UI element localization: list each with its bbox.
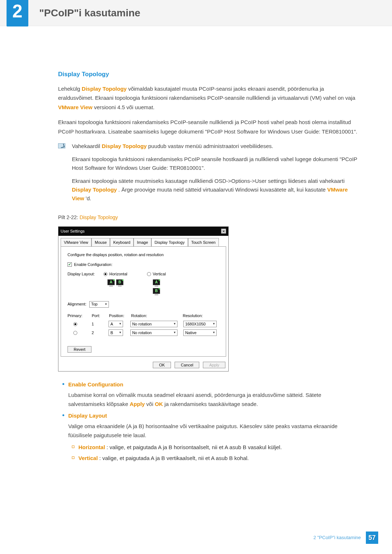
rotation-select-1[interactable]: No rotation▼ xyxy=(130,321,177,327)
resolution-select-2[interactable]: Native▼ xyxy=(183,329,217,336)
monitor-b-icon: B xyxy=(153,288,160,294)
port-1: 1 xyxy=(92,321,109,327)
primary-radio-2[interactable] xyxy=(73,331,77,335)
monitor-col-vertical: A B xyxy=(153,279,160,295)
layout-label: Display Layout: xyxy=(68,271,95,277)
monitor-b-icon: B xyxy=(116,279,123,285)
position-select-1[interactable]: A▼ xyxy=(109,321,123,327)
instruction: Configure the displays position, rotatio… xyxy=(68,252,221,258)
panel: Configure the displays position, rotatio… xyxy=(61,246,226,357)
highlight: Display Topology xyxy=(72,186,117,193)
tabs: VMware View Mouse Keyboard Image Display… xyxy=(58,236,228,247)
highlight: Display Topology xyxy=(102,143,147,149)
radio-horizontal[interactable]: Horizontal xyxy=(103,271,127,277)
highlight: Apply xyxy=(130,401,145,407)
alignment-value: Top xyxy=(91,301,98,307)
alignment-row: Alignment: Top ▼ xyxy=(68,301,221,308)
primary-radio-1[interactable] xyxy=(73,322,77,326)
note-p2: Ekraani topoloogia funktsiooni rakendami… xyxy=(72,155,359,172)
value: 1680X1050 xyxy=(185,321,205,327)
sub-bullet-list: Horizontal : valige, et paigutada A ja B… xyxy=(68,443,359,463)
highlight: Horizontal xyxy=(78,444,105,450)
enable-config-label: Enable Configuration: xyxy=(74,262,113,268)
radio-dot-icon xyxy=(103,272,107,276)
port-2: 2 xyxy=(92,330,109,336)
text: : valige, et paigutada A ja B vertikaals… xyxy=(99,455,249,461)
dialog-title: User Settings xyxy=(61,228,85,234)
radio-vertical[interactable]: Vertical xyxy=(147,271,166,277)
close-icon[interactable]: ✕ xyxy=(221,229,226,234)
paragraph-1: Lehekülg Display Topology võimaldab kasu… xyxy=(58,84,359,112)
cancel-button[interactable]: Cancel xyxy=(175,362,199,368)
chapter-number: 2 xyxy=(7,0,28,26)
section-heading: Display Topology xyxy=(58,70,359,79)
footer: 2 "PCoIP"i kasutamine 57 xyxy=(313,532,378,544)
bullet-body: Valige oma ekraanidele (A ja B) horisont… xyxy=(68,422,359,440)
text: versiooni 4.5 või uuemat. xyxy=(94,104,155,110)
revert-button[interactable]: Revert xyxy=(68,346,91,353)
text: Lehekülg xyxy=(58,86,82,92)
chevron-down-icon: ▼ xyxy=(172,322,176,326)
radio-dot-icon xyxy=(147,272,151,276)
list-item: Vertical : valige, et paigutada A ja B v… xyxy=(78,454,359,463)
radio-vertical-label: Vertical xyxy=(153,271,166,277)
th-primary: Primary: xyxy=(68,313,92,319)
apply-button[interactable]: Apply xyxy=(203,362,225,368)
list-item: Enable Configuration Lubamise korral on … xyxy=(68,380,359,409)
rotation-select-2[interactable]: No rotation▼ xyxy=(130,329,177,336)
enable-config-row: ✔ Enable Configuration: xyxy=(68,262,221,268)
content: Display Topology Lehekülg Display Topolo… xyxy=(0,26,392,463)
tab-touch-screen[interactable]: Touch Screen xyxy=(188,238,219,247)
table-row: 2 B▼ No rotation▼ Native▼ xyxy=(68,329,221,336)
th-position: Position: xyxy=(109,313,131,319)
chevron-down-icon: ▼ xyxy=(211,331,215,335)
list-item: Horizontal : valige, et paigutada A ja B… xyxy=(78,443,359,452)
th-resolution: Resolution: xyxy=(183,313,221,319)
bullet-list: Enable Configuration Lubamise korral on … xyxy=(58,380,359,463)
value: B xyxy=(110,330,113,336)
bullet-title: Display Layout xyxy=(68,411,359,420)
position-select-2[interactable]: B▼ xyxy=(109,329,123,336)
dialog-buttons: OK Cancel Apply xyxy=(58,359,228,371)
value: Native xyxy=(185,330,196,336)
revert-row: Revert xyxy=(68,346,221,353)
tab-keyboard[interactable]: Keyboard xyxy=(110,238,134,247)
text: ja rakendamiseks taaskäivitage seade. xyxy=(164,401,258,407)
monitor-row-horizontal: A B xyxy=(107,279,123,287)
highlight: Display Topology xyxy=(79,214,118,220)
bullet-body: Lubamise korral on võimalik muuta seadme… xyxy=(68,391,359,409)
text: Pilt 2-22: xyxy=(58,214,79,220)
page: 2 "PCoIP"i kasutamine Display Topology L… xyxy=(0,0,392,554)
tab-mouse[interactable]: Mouse xyxy=(91,238,110,247)
tab-display-topology[interactable]: Display Topology xyxy=(151,238,188,247)
tab-vmware-view[interactable]: VMware View xyxy=(61,238,91,247)
user-settings-dialog: User Settings ✕ VMware View Mouse Keyboa… xyxy=(58,226,229,372)
table-header: Primary: Port: Position: Rotation: Resol… xyxy=(68,313,221,319)
resolution-select-1[interactable]: 1680X1050▼ xyxy=(183,321,217,327)
ok-button[interactable]: OK xyxy=(153,362,171,368)
paragraph-2: Ekraani topoloogia funktsiooni rakendami… xyxy=(58,118,359,136)
value: No rotation xyxy=(132,330,152,336)
text: 'd. xyxy=(86,195,91,201)
footer-text: 2 "PCoIP"i kasutamine xyxy=(313,534,361,541)
alignment-select[interactable]: Top ▼ xyxy=(89,301,109,308)
tab-image[interactable]: Image xyxy=(134,238,151,247)
text: puudub vastav menüü administraatori veeb… xyxy=(148,143,273,149)
value: No rotation xyxy=(132,321,152,327)
chevron-down-icon: ▼ xyxy=(103,302,107,307)
chevron-down-icon: ▼ xyxy=(117,322,122,326)
enable-config-checkbox[interactable]: ✔ xyxy=(68,262,72,267)
note-p1: Vahekaardil Display Topology puudub vast… xyxy=(72,142,359,151)
page-number: 57 xyxy=(366,532,378,544)
highlight: VMware View xyxy=(58,104,93,110)
highlight: Vertical xyxy=(78,455,98,461)
bullet-title: Enable Configuration xyxy=(68,380,359,389)
note-p3: Ekraani topoloogia sätete muutmiseks kas… xyxy=(72,177,359,203)
note-icon xyxy=(58,143,65,148)
text: Ekraani topoloogia sätete muutmiseks kas… xyxy=(72,178,344,184)
monitor-a-icon: A xyxy=(153,279,160,285)
text: või xyxy=(146,401,155,407)
display-layout-row: Display Layout: Horizontal A B xyxy=(68,271,221,295)
note-block: Vahekaardil Display Topology puudub vast… xyxy=(58,142,359,207)
titlebar: User Settings ✕ xyxy=(58,227,228,236)
